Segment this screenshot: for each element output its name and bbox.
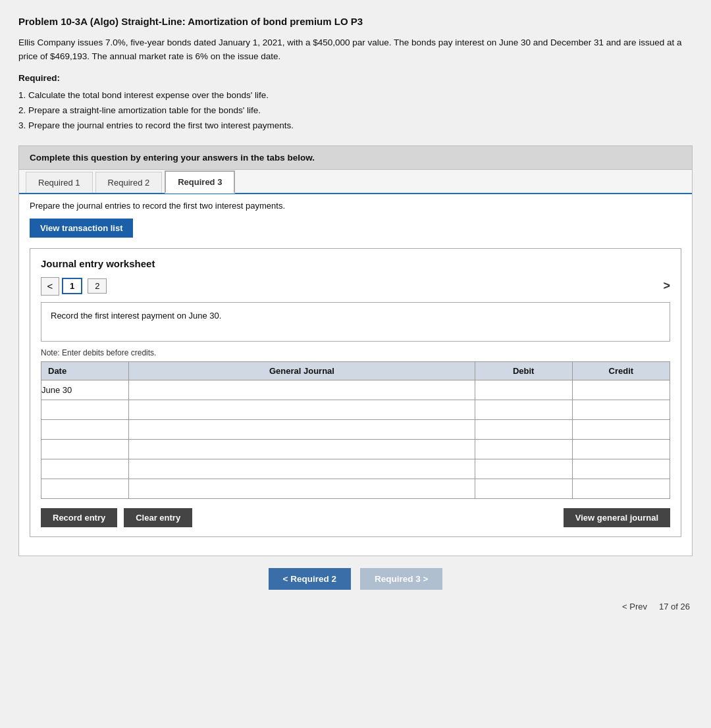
row2-date [41,400,129,419]
table-row [41,459,670,479]
nav-left-arrow[interactable]: < [41,277,59,296]
footer-page-info: 17 of 26 [659,602,690,611]
row3-credit-input[interactable] [573,420,670,439]
record-entry-button[interactable]: Record entry [41,508,117,527]
journal-title: Journal entry worksheet [41,258,670,269]
row2-journal-input[interactable] [129,400,474,419]
problem-title: Problem 10-3A (Algo) Straight-Line: Amor… [18,16,693,27]
tab3-content: Prepare the journal entries to record th… [19,194,692,556]
tabs-row: Required 1 Required 2 Required 3 [19,170,692,194]
footer-nav: < Prev 17 of 26 [18,602,693,611]
row3-journal-input[interactable] [129,420,474,439]
row5-debit-cell [475,459,572,479]
tab-required2[interactable]: Required 2 [95,172,163,193]
row4-debit-input[interactable] [475,440,572,459]
action-buttons: Record entry Clear entry View general jo… [41,508,670,527]
required-label: Required: [18,73,693,83]
row4-debit-cell [475,439,572,459]
clear-entry-button[interactable]: Clear entry [124,508,192,527]
next-required3-btn[interactable]: Required 3 > [360,568,442,590]
row2-debit-input[interactable] [475,400,572,419]
row3-debit-input[interactable] [475,420,572,439]
row4-journal-input[interactable] [129,440,474,459]
view-transaction-btn[interactable]: View transaction list [30,219,133,238]
row2-credit-cell [572,400,670,419]
nav-right-arrow[interactable]: > [663,279,670,293]
row1-journal-cell [129,380,475,400]
row4-date [41,439,129,459]
page-1-btn[interactable]: 1 [62,278,82,294]
page-2-btn[interactable]: 2 [88,278,107,294]
requirement-3: 3. Prepare the journal entries to record… [18,118,693,134]
journal-worksheet-box: Journal entry worksheet < 1 2 > Record t… [30,248,681,537]
row3-credit-cell [572,419,670,439]
row6-journal-input[interactable] [129,479,474,498]
row1-credit-input[interactable] [573,380,670,400]
view-general-journal-button[interactable]: View general journal [564,508,670,527]
row1-date: June 30 [41,380,129,400]
instruction-box: Record the first interest payment on Jun… [41,302,670,342]
tab-required1[interactable]: Required 1 [26,172,93,193]
row5-credit-cell [572,459,670,479]
tab3-description: Prepare the journal entries to record th… [30,201,681,211]
bottom-nav: < Required 2 Required 3 > [18,568,693,590]
table-row [41,400,670,419]
col-header-date: Date [41,361,129,380]
row3-debit-cell [475,419,572,439]
nav-row: < 1 2 > [41,277,670,296]
table-row: June 30 [41,380,670,400]
footer-prev-btn[interactable]: < Prev [622,602,647,611]
row3-journal-cell [129,419,475,439]
journal-table: Date General Journal Debit Credit June 3… [41,361,670,499]
col-header-debit: Debit [475,361,572,380]
table-row [41,419,670,439]
table-row [41,439,670,459]
row5-date [41,459,129,479]
row6-journal-cell [129,479,475,498]
row4-credit-cell [572,439,670,459]
requirements-list: 1. Calculate the total bond interest exp… [18,88,693,134]
row1-journal-input[interactable] [129,380,474,400]
row4-credit-input[interactable] [573,440,670,459]
row2-journal-cell [129,400,475,419]
row2-debit-cell [475,400,572,419]
requirement-1: 1. Calculate the total bond interest exp… [18,88,693,103]
tab-required3[interactable]: Required 3 [165,170,235,194]
row5-debit-input[interactable] [475,459,572,479]
row5-journal-cell [129,459,475,479]
row2-credit-input[interactable] [573,400,670,419]
col-header-journal: General Journal [129,361,475,380]
row1-debit-input[interactable] [475,380,572,400]
row6-debit-cell [475,479,572,498]
row1-credit-cell [572,380,670,400]
row4-journal-cell [129,439,475,459]
requirement-2: 2. Prepare a straight-line amortization … [18,103,693,118]
row6-debit-input[interactable] [475,479,572,498]
row5-journal-input[interactable] [129,459,474,479]
row3-date [41,419,129,439]
complete-instruction: Complete this question by entering your … [18,145,693,170]
problem-description: Ellis Company issues 7.0%, five-year bon… [18,36,693,64]
note-text: Note: Enter debits before credits. [41,348,670,357]
row6-credit-cell [572,479,670,498]
col-header-credit: Credit [572,361,670,380]
row6-credit-input[interactable] [573,479,670,498]
row1-debit-cell [475,380,572,400]
prev-required2-btn[interactable]: < Required 2 [269,568,351,590]
table-row [41,479,670,498]
row6-date [41,479,129,498]
row5-credit-input[interactable] [573,459,670,479]
